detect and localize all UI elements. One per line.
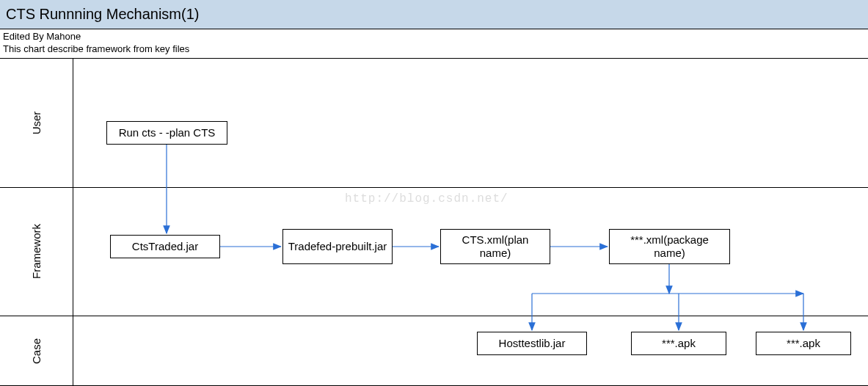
swimlane-area: User Framework Case http://blog.csdn.net… bbox=[0, 59, 868, 386]
node-cts-traded: CtsTraded.jar bbox=[110, 235, 220, 258]
lane-divider-1 bbox=[0, 187, 868, 188]
editor-line: Edited By Mahone bbox=[3, 31, 865, 43]
lane-label-user-text: User bbox=[30, 112, 43, 135]
node-pkg-xml: ***.xml(package name) bbox=[609, 229, 730, 264]
title-bar: CTS Runnning Mechanism(1) bbox=[0, 0, 868, 29]
lane-divider-2 bbox=[0, 316, 868, 316]
watermark: http://blog.csdn.net/ bbox=[345, 192, 508, 205]
node-hosttestlib: Hosttestlib.jar bbox=[477, 332, 587, 355]
lane-label-case-text: Case bbox=[30, 338, 43, 363]
lane-label-user: User bbox=[0, 59, 73, 187]
lane-label-case: Case bbox=[0, 316, 73, 386]
sub-header: Edited By Mahone This chart describe fra… bbox=[0, 29, 868, 59]
page-title: CTS Runnning Mechanism(1) bbox=[6, 6, 199, 23]
node-apk2: ***.apk bbox=[756, 332, 851, 355]
arrows-layer bbox=[0, 59, 868, 386]
lane-label-framework: Framework bbox=[0, 187, 73, 316]
description-line: This chart describe framework from key f… bbox=[3, 43, 865, 56]
node-run-cmd: Run cts - -plan CTS bbox=[106, 121, 227, 145]
node-apk1: ***.apk bbox=[631, 332, 726, 355]
node-cts-xml: CTS.xml(plan name) bbox=[440, 229, 550, 264]
lane-label-framework-text: Framework bbox=[30, 224, 43, 279]
node-tradefed: Tradefed-prebuilt.jar bbox=[282, 229, 393, 264]
